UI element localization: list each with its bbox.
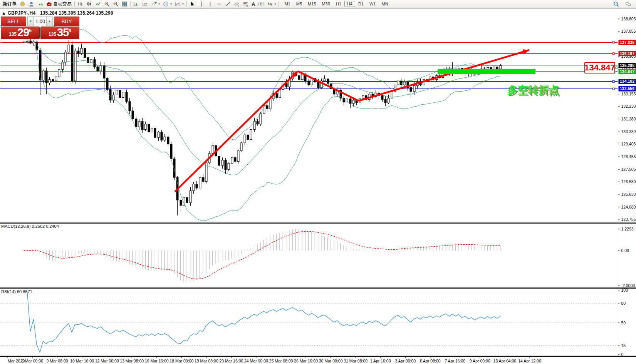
svg-text:9 Apr 00:00: 9 Apr 00:00	[470, 359, 490, 363]
tile-windows-button[interactable]	[120, 1, 129, 7]
toolbar-separator	[186, 1, 187, 7]
timeframe-H1[interactable]: H1	[333, 1, 344, 7]
svg-text:128.455: 128.455	[621, 154, 636, 159]
sell-price-figure: 135	[9, 30, 17, 38]
vertical-line-button[interactable]	[206, 1, 215, 7]
toolbar-separator	[279, 1, 279, 7]
sell-price-pips: 29	[17, 27, 29, 38]
community-button[interactable]	[27, 1, 36, 7]
svg-text:15: 15	[621, 343, 626, 348]
sell-price-display[interactable]: 135 29 5	[1, 27, 40, 39]
arrows-button[interactable]: ▾	[265, 1, 277, 7]
svg-text:9 Mar 08:00: 9 Mar 08:00	[47, 359, 68, 363]
fibonacci-button[interactable]: F	[241, 1, 250, 7]
chart-shift-button[interactable]	[141, 1, 149, 7]
timeframe-D1[interactable]: D1	[356, 1, 366, 7]
svg-text:138.805: 138.805	[621, 17, 636, 21]
svg-text:T: T	[260, 2, 262, 6]
line-handle[interactable]	[613, 42, 614, 43]
svg-text:24 Mar 00:00: 24 Mar 00:00	[244, 359, 268, 363]
svg-text:135.298: 135.298	[620, 63, 634, 68]
ohlc-quotes: 135.284 135.305 135.264 135.298	[40, 10, 113, 16]
svg-text:26 Mar 16:00: 26 Mar 16:00	[294, 359, 318, 363]
time-axis[interactable]: Mar 20206 Mar 00:009 Mar 08:0010 Mar 16:…	[8, 356, 541, 363]
svg-text:10 Mar 16:00: 10 Mar 16:00	[70, 359, 94, 363]
timeframe-M1[interactable]: M1	[282, 1, 293, 7]
funds-button[interactable]	[18, 1, 27, 7]
main-price-pane: 多空转折点多空转折点134.847	[0, 22, 618, 221]
line-handle[interactable]	[613, 53, 614, 55]
zoom-in-button[interactable]	[102, 1, 111, 7]
buy-button[interactable]: BUY	[54, 17, 79, 26]
cursor-button[interactable]	[188, 1, 197, 7]
line-handle[interactable]	[613, 88, 614, 90]
svg-text:14 Apr 12:00: 14 Apr 12:00	[518, 359, 541, 363]
line-handle[interactable]	[613, 80, 614, 82]
annotation-text[interactable]: 多空转折点	[507, 84, 559, 96]
buy-price-display[interactable]: 135 35 9	[40, 27, 79, 39]
bar-chart-button[interactable]	[76, 1, 85, 7]
line-chart-button[interactable]	[94, 1, 102, 7]
templates-button[interactable]: ▾	[173, 1, 185, 7]
trendline-button[interactable]	[223, 1, 232, 7]
price-axis[interactable]: 138.805137.855136.930135.980135.030133.1…	[618, 17, 636, 357]
chart-canvas[interactable]: 多空转折点多空转折点134.847138.805137.855136.93013…	[0, 8, 636, 364]
svg-text:0: 0	[621, 352, 624, 357]
auto-trade-button[interactable]: 自动交易	[45, 1, 73, 7]
auto-scroll-button[interactable]	[132, 1, 141, 7]
svg-text:1 Apr 16:00: 1 Apr 16:00	[370, 359, 391, 363]
zoom-out-button[interactable]	[111, 1, 120, 7]
new-order-button[interactable]: 新订单	[1, 1, 18, 7]
toolbar-right-group	[612, 1, 635, 7]
svg-text:129.405: 129.405	[621, 142, 636, 146]
volume-input[interactable]	[34, 17, 46, 26]
text-button[interactable]: A	[250, 1, 257, 7]
svg-text:19 Mar 08:00: 19 Mar 08:00	[195, 359, 218, 363]
macd-signal-line	[24, 231, 500, 279]
rsi-line	[27, 290, 500, 352]
svg-text:50: 50	[621, 321, 626, 325]
indicators-button[interactable]: ▾	[149, 1, 161, 7]
macd-pane	[24, 229, 500, 283]
chat-button[interactable]	[624, 1, 633, 7]
svg-text:13 Mar 08:00: 13 Mar 08:00	[120, 359, 144, 363]
volume-spinner: ▼ ▲	[27, 17, 53, 26]
sell-button[interactable]: SELL	[1, 17, 26, 26]
toolbar-separator	[130, 1, 131, 7]
timeframe-W1[interactable]: W1	[367, 1, 379, 7]
timeframe-H4[interactable]: H4	[344, 1, 355, 7]
one-click-trade-panel: SELL ▼ ▲ BUY 135 29 5 135 35 9	[1, 17, 79, 40]
timeframe-M15[interactable]: M15	[305, 1, 319, 7]
svg-text:E: E	[238, 5, 239, 7]
buy-price-pips: 35	[57, 27, 69, 38]
periods-button[interactable]: ▾	[161, 1, 173, 7]
label-button[interactable]: T	[257, 1, 265, 7]
candlestick-button[interactable]	[85, 1, 94, 7]
crosshair-button[interactable]	[197, 1, 206, 7]
svg-text:-2.0003: -2.0003	[621, 283, 635, 288]
volume-increase-button[interactable]: ▲	[46, 17, 53, 26]
toolbar-separator	[74, 1, 75, 7]
collapse-arrow-icon[interactable]: ▲	[2, 10, 6, 16]
search-button[interactable]	[612, 1, 621, 7]
svg-text:137.035: 137.035	[620, 40, 634, 45]
svg-text:100: 100	[621, 288, 628, 292]
timeframe-M30[interactable]: M30	[319, 1, 332, 7]
support-zone-highlight[interactable]	[438, 69, 535, 74]
volume-decrease-button[interactable]: ▼	[27, 17, 34, 26]
trend-line-3[interactable]	[359, 50, 529, 101]
svg-text:13 Apr 04:00: 13 Apr 04:00	[493, 359, 517, 363]
bollinger-upper-band	[24, 22, 500, 140]
buy-price-figure: 135	[49, 30, 56, 38]
macd-indicator-label: MACD(12,26,9) 0.2502 0.2404	[1, 224, 59, 229]
trend-line-1[interactable]	[175, 71, 298, 192]
signal-button[interactable]	[36, 1, 45, 7]
svg-text:134.102: 134.102	[620, 79, 634, 83]
horizontal-line-button[interactable]	[215, 1, 223, 7]
price-tag-text: 134.847	[584, 63, 615, 72]
rsi-pane	[0, 290, 618, 352]
timeframe-M5[interactable]: M5	[294, 1, 305, 7]
timeframe-MN[interactable]: MN	[379, 1, 391, 7]
svg-text:30 Mar 00:00: 30 Mar 00:00	[319, 359, 343, 363]
channel-button[interactable]: E	[232, 1, 241, 7]
